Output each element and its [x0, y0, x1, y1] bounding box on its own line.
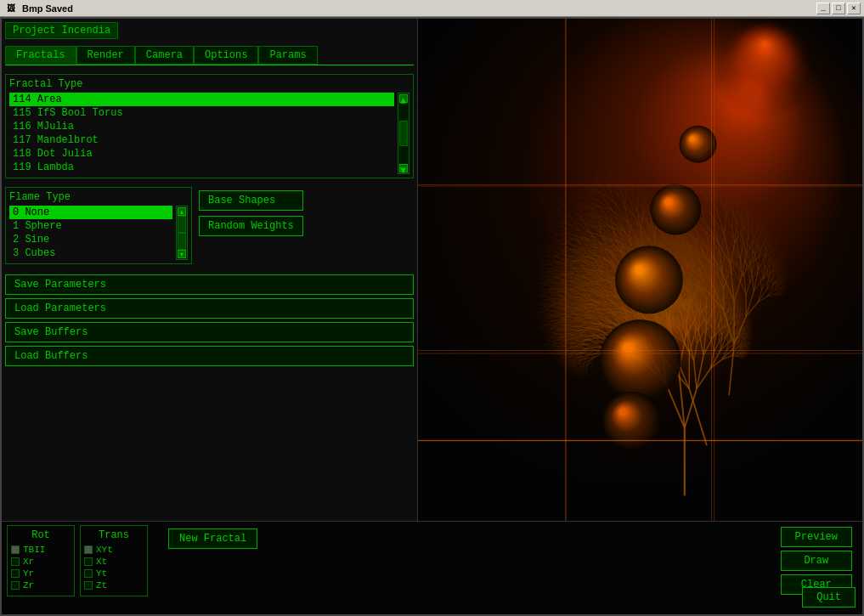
rot-row-xr: Xr — [11, 557, 71, 567]
flame-scroll-thumb[interactable] — [178, 216, 186, 233]
new-fractal-container: New Fractal — [168, 525, 257, 549]
fractal-item-119[interactable]: 119 Lambda — [9, 161, 394, 174]
fractal-item-116[interactable]: 116 MJulia — [9, 120, 394, 133]
load-buffers-button[interactable]: Load Buffers — [5, 346, 414, 366]
rot-label-zr: Zr — [23, 580, 34, 591]
trans-check-xyt[interactable] — [84, 545, 93, 554]
flame-scroll-down[interactable]: ▼ — [178, 250, 186, 258]
random-weights-button[interactable]: Random Weights — [199, 216, 303, 236]
flame-item-2[interactable]: 2 Sine — [9, 233, 172, 246]
rot-row-tbii: TBII — [11, 545, 71, 555]
tab-render[interactable]: Render — [76, 46, 135, 65]
trans-check-zt[interactable] — [84, 581, 93, 590]
buttons-section: Base Shapes Random Weights — [199, 187, 303, 236]
scroll-thumb[interactable] — [399, 121, 408, 146]
trans-check-yt[interactable] — [84, 569, 93, 578]
flame-row: Flame Type 0 None 1 Sphere 2 Sine 3 Cube… — [5, 187, 414, 264]
fractal-list-scrollbar[interactable]: ▲ ▼ — [398, 93, 409, 174]
content-area: Project Incendia Fractals Render Camera … — [2, 19, 862, 521]
fractal-item-118[interactable]: 118 Dot Julia — [9, 147, 394, 161]
close-button[interactable]: ✕ — [847, 3, 861, 14]
trans-label-xyt: XYt — [96, 545, 113, 555]
trans-label: Trans — [84, 529, 144, 541]
fractal-preview — [418, 19, 862, 521]
rot-label-tbii: TBII — [23, 545, 45, 555]
tab-camera[interactable]: Camera — [135, 46, 194, 65]
maximize-button[interactable]: □ — [832, 3, 845, 14]
fractal-type-label: Fractal Type — [9, 78, 409, 90]
quit-button[interactable]: Quit — [802, 587, 856, 608]
tab-fractals[interactable]: Fractals — [5, 46, 76, 65]
trans-section: Trans XYt Xt Yt Zt — [80, 525, 148, 596]
scroll-down-btn[interactable]: ▼ — [399, 164, 408, 172]
draw-button[interactable]: Draw — [781, 551, 852, 571]
param-buttons: Save Parameters Load Parameters Save Buf… — [5, 274, 414, 366]
titlebar: 🖼 Bmp Saved _ □ ✕ — [0, 0, 864, 17]
trans-row-xt: Xt — [84, 557, 144, 567]
titlebar-controls: _ □ ✕ — [816, 3, 861, 14]
flame-type-section: Flame Type 0 None 1 Sphere 2 Sine 3 Cube… — [5, 187, 192, 264]
rot-section: Rot TBII Xr Yr Zr — [7, 525, 75, 596]
trans-row-xyt: XYt — [84, 545, 144, 555]
preview-button[interactable]: Preview — [781, 527, 852, 547]
bottom-controls: Rot TBII Xr Yr Zr Trans XYt — [2, 521, 862, 614]
fractal-type-section: Fractal Type 114 Area 115 IfS Bool Torus… — [5, 74, 414, 178]
fractal-item-115[interactable]: 115 IfS Bool Torus — [9, 106, 394, 120]
trans-label-zt: Zt — [96, 580, 107, 591]
minimize-button[interactable]: _ — [816, 3, 830, 14]
trans-label-yt: Yt — [96, 568, 107, 579]
titlebar-title: 🖼 Bmp Saved — [3, 3, 73, 14]
left-panel: Project Incendia Fractals Render Camera … — [2, 19, 418, 521]
base-shapes-button[interactable]: Base Shapes — [199, 190, 303, 211]
rot-row-zr: Zr — [11, 580, 71, 591]
fractal-list: 114 Area 115 IfS Bool Torus 116 MJulia 1… — [9, 93, 394, 174]
flame-type-label: Flame Type — [9, 191, 188, 203]
right-action-buttons: Preview Draw Clear — [781, 525, 852, 595]
save-parameters-button[interactable]: Save Parameters — [5, 274, 414, 295]
trans-row-zt: Zt — [84, 580, 144, 591]
rot-label: Rot — [11, 529, 71, 541]
flame-scroll-mid[interactable] — [178, 233, 186, 250]
project-tab[interactable]: Project Incendia — [5, 22, 118, 39]
rot-label-xr: Xr — [23, 557, 34, 567]
scroll-up-btn[interactable]: ▲ — [399, 94, 408, 103]
flame-item-0[interactable]: 0 None — [9, 206, 172, 219]
flame-list: 0 None 1 Sphere 2 Sine 3 Cubes — [9, 206, 172, 260]
rot-check-zr[interactable] — [11, 581, 20, 590]
main-window: Project Incendia Fractals Render Camera … — [0, 17, 864, 616]
flame-list-scrollbar[interactable]: ▲ ▼ — [176, 206, 188, 260]
rot-check-xr[interactable] — [11, 557, 20, 566]
nav-tabs: Fractals Render Camera Options Params — [5, 46, 414, 65]
flame-item-3[interactable]: 3 Cubes — [9, 246, 172, 260]
flame-scroll-up[interactable]: ▲ — [178, 207, 186, 216]
fractal-canvas — [418, 19, 862, 521]
new-fractal-button[interactable]: New Fractal — [168, 528, 257, 549]
trans-label-xt: Xt — [96, 557, 107, 567]
tab-params[interactable]: Params — [258, 46, 317, 65]
rot-check-yr[interactable] — [11, 569, 20, 578]
tab-options[interactable]: Options — [194, 46, 258, 65]
trans-check-xt[interactable] — [84, 557, 93, 566]
rot-check-tbii[interactable] — [11, 545, 20, 554]
flame-item-1[interactable]: 1 Sphere — [9, 219, 172, 233]
fractal-item-117[interactable]: 117 Mandelbrot — [9, 133, 394, 147]
rot-row-yr: Yr — [11, 568, 71, 579]
load-parameters-button[interactable]: Load Parameters — [5, 298, 414, 319]
rot-label-yr: Yr — [23, 568, 34, 579]
save-buffers-button[interactable]: Save Buffers — [5, 322, 414, 342]
fractal-item-114[interactable]: 114 Area — [9, 93, 394, 106]
trans-row-yt: Yt — [84, 568, 144, 579]
